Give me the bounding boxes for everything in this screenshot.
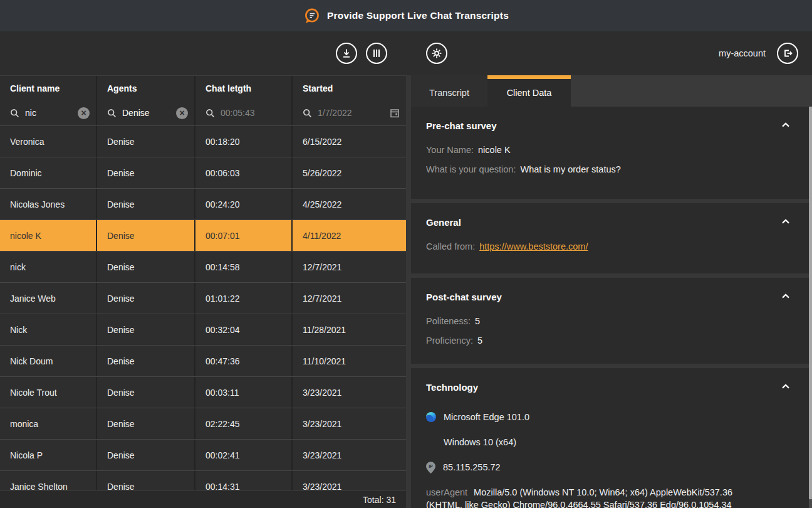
cell-chat-length: 00:32:04 (195, 314, 293, 345)
cell-chat-length: 00:14:31 (195, 471, 293, 490)
started-date-filter-input[interactable] (318, 108, 384, 118)
collapse-section-button[interactable] (781, 382, 796, 389)
tech-item: Microsoft Edge 101.0 (426, 405, 796, 430)
field-politeness: Politeness:5 (426, 314, 796, 328)
cell-chat-length: 02:22:45 (195, 408, 293, 439)
field-called-from: Called from:https://www.beststore.com/ (426, 240, 796, 253)
cell-client-name: Nick Doum (0, 346, 97, 376)
tab-transcript[interactable]: Transcript (411, 75, 487, 107)
cell-client-name: Nicolas Jones (0, 189, 97, 220)
field-label: What is your question: (426, 164, 516, 174)
section-header: General (426, 217, 796, 228)
cell-started: 11/10/2021 (293, 346, 406, 376)
collapse-section-button[interactable] (781, 120, 796, 127)
windows-os-icon (426, 437, 436, 447)
table-row[interactable]: nicole K Denise 00:07:01 4/11/2022 (0, 220, 406, 251)
user-agent: userAgentMozilla/5.0 (Windows NT 10.0; W… (426, 486, 764, 508)
clear-filter-icon[interactable]: × (78, 107, 90, 119)
columns-button[interactable] (366, 43, 387, 64)
cell-started: 6/15/2022 (293, 126, 406, 157)
client-name-filter-input[interactable] (25, 108, 72, 118)
cell-agent: Denise (97, 283, 195, 314)
client-data-sections: Pre-chat surveyYour Name:nicole KWhat is… (411, 107, 812, 508)
agents-filter-input[interactable] (122, 108, 170, 118)
cell-chat-length: 01:01:22 (195, 283, 293, 314)
search-icon (303, 108, 312, 118)
collapse-section-button[interactable] (781, 217, 796, 224)
ip-pin-icon: IP (426, 462, 435, 474)
scrollbar-thumb[interactable] (809, 107, 812, 499)
column-header-started[interactable]: Started (293, 76, 406, 100)
details-tabs: Transcript Client Data (411, 75, 812, 107)
field-your-name: Your Name:nicole K (426, 143, 796, 157)
cell-agent: Denise (97, 377, 195, 408)
table-row[interactable]: nick Denise 00:14:58 12/7/2021 (0, 251, 406, 282)
field-value: 5 (477, 336, 482, 346)
table-row[interactable]: Veronica Denise 00:18:20 6/15/2022 (0, 125, 406, 157)
table-row[interactable]: Janice Shelton Denise 00:14:31 3/23/2021 (0, 470, 406, 490)
tech-item: Windows 10 (x64) (426, 430, 796, 455)
cell-agent: Denise (97, 251, 195, 282)
section-post-chat-survey: Post-chat surveyPoliteness:5Proficiency:… (411, 278, 809, 364)
tech-item-text: Windows 10 (x64) (444, 437, 516, 447)
account-name: my-account (719, 48, 766, 58)
cell-chat-length: 00:06:03 (195, 157, 293, 188)
chevron-up-icon (781, 384, 790, 389)
cell-started: 4/11/2022 (293, 220, 406, 251)
cell-agent: Denise (97, 408, 195, 439)
details-body: Transcript Client Data Pre-chat surveyYo… (406, 75, 812, 508)
details-panel: my-account Transcript Client Data Pre-ch… (406, 31, 812, 508)
table-row[interactable]: Nick Denise 00:32:04 11/28/2021 (0, 314, 406, 345)
section-header: Post-chat survey (426, 292, 796, 302)
cell-client-name: Nick (0, 314, 97, 345)
column-header-chat-length[interactable]: Chat letgth (195, 76, 293, 100)
cell-chat-length: 00:47:36 (195, 346, 293, 376)
filter-cell-started (293, 100, 406, 125)
cell-agent: Denise (97, 346, 195, 376)
search-icon (10, 108, 19, 118)
chat-length-filter-input[interactable] (221, 108, 285, 118)
field-value: 5 (475, 316, 480, 326)
column-header-agents[interactable]: Agents (97, 76, 195, 100)
user-agent-value: Mozilla/5.0 (Windows NT 10.0; Win64; x64… (426, 487, 732, 508)
table-filter-row: × × (0, 100, 406, 125)
field-value: What is my order status? (520, 164, 620, 174)
section-header: Pre-chat survey (426, 120, 796, 131)
tech-item-text: 85.115.255.72 (443, 462, 501, 472)
tech-item-text: Microsoft Edge 101.0 (444, 412, 529, 422)
cell-client-name: monica (0, 408, 97, 439)
section-header: Technology (426, 382, 796, 393)
table-row[interactable]: Dominic Denise 00:06:03 5/26/2022 (0, 157, 406, 188)
search-icon (206, 108, 215, 118)
cell-chat-length: 00:02:41 (195, 440, 293, 470)
column-header-client-name[interactable]: Client name (0, 76, 97, 100)
svg-text:IP: IP (429, 464, 433, 468)
edge-browser-icon (426, 412, 436, 422)
table-row[interactable]: Nick Doum Denise 00:47:36 11/10/2021 (0, 345, 406, 376)
logout-button[interactable] (777, 43, 798, 64)
table-row[interactable]: monica Denise 02:22:45 3/23/2021 (0, 408, 406, 439)
user-agent-label: userAgent (426, 487, 467, 497)
cell-agent: Denise (97, 314, 195, 345)
tab-client-data[interactable]: Client Data (487, 75, 571, 107)
table-row[interactable]: Nicole Trout Denise 00:03:11 3/23/2021 (0, 376, 406, 408)
provide-support-logo-icon (303, 8, 320, 24)
cell-chat-length: 00:07:01 (195, 220, 293, 251)
settings-button[interactable] (426, 43, 447, 64)
chevron-up-icon (781, 122, 790, 127)
field-value-link[interactable]: https://www.beststore.com/ (479, 241, 588, 251)
cell-started: 5/26/2022 (293, 157, 406, 188)
download-button[interactable] (336, 43, 357, 64)
cell-client-name: Nicola P (0, 440, 97, 470)
logout-icon (782, 48, 793, 59)
calendar-icon[interactable] (390, 108, 400, 118)
table-row[interactable]: Nicola P Denise 00:02:41 3/23/2021 (0, 439, 406, 470)
table-row[interactable]: Janice Web Denise 01:01:22 12/7/2021 (0, 282, 406, 314)
total-count: Total: 31 (363, 495, 396, 505)
clear-filter-icon[interactable]: × (176, 107, 188, 119)
field-proficiency: Proficiency:5 (426, 334, 796, 347)
app-title: Provide Support Live Chat Transcripts (327, 10, 509, 21)
filter-cell-agents: × (97, 100, 195, 125)
table-row[interactable]: Nicolas Jones Denise 00:24:20 4/25/2022 (0, 188, 406, 220)
collapse-section-button[interactable] (781, 292, 796, 299)
